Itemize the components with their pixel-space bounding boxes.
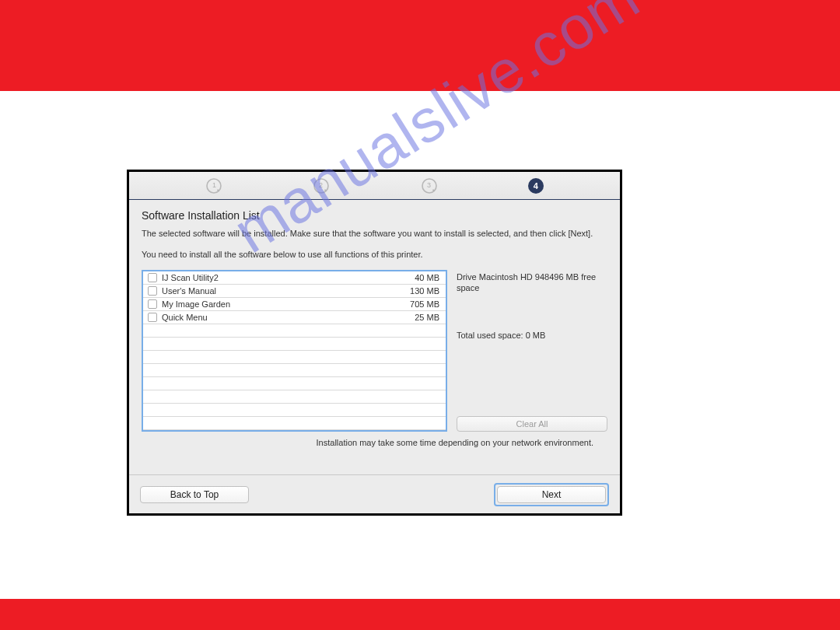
list-item[interactable]: Quick Menu 25 MB — [143, 311, 446, 324]
step-4-active: 4 — [528, 178, 544, 194]
checkbox[interactable] — [148, 273, 157, 282]
item-name: IJ Scan Utility2 — [162, 273, 399, 282]
svg-text:3: 3 — [427, 181, 431, 189]
disk-info-panel: Drive Macintosh HD 948496 MB free space … — [457, 270, 607, 432]
list-item[interactable]: User's Manual 130 MB — [143, 285, 446, 298]
next-button[interactable]: Next — [497, 486, 606, 503]
step-3-icon: 3 — [421, 177, 438, 194]
step-1-icon: 1 — [205, 177, 222, 194]
step-2-icon: 2 — [313, 177, 330, 194]
item-size: 705 MB — [399, 299, 443, 309]
instruction-text-1: The selected software will be installed.… — [142, 228, 607, 240]
header-banner — [0, 0, 840, 91]
item-size: 130 MB — [399, 286, 443, 296]
item-size: 25 MB — [399, 313, 443, 322]
clear-all-button[interactable]: Clear All — [457, 416, 607, 432]
step-indicator-bar: 1 2 3 4 — [129, 172, 620, 200]
installer-dialog: 1 2 3 4 Software Installation List The s… — [127, 170, 622, 516]
checkbox[interactable] — [148, 313, 157, 322]
list-item[interactable]: IJ Scan Utility2 40 MB — [143, 271, 446, 285]
item-name: My Image Garden — [162, 299, 399, 309]
next-button-highlight: Next — [494, 483, 609, 506]
item-name: Quick Menu — [162, 313, 399, 322]
dialog-title: Software Installation List — [142, 209, 607, 222]
footer-banner — [0, 599, 840, 630]
software-list[interactable]: IJ Scan Utility2 40 MB User's Manual 130… — [142, 270, 447, 432]
checkbox[interactable] — [148, 299, 157, 309]
dialog-button-bar: Back to Top Next — [129, 474, 620, 513]
list-item[interactable]: My Image Garden 705 MB — [143, 298, 446, 311]
svg-text:2: 2 — [319, 181, 323, 189]
back-to-top-button[interactable]: Back to Top — [140, 486, 249, 503]
instruction-text-2: You need to install all the software bel… — [142, 249, 607, 261]
checkbox[interactable] — [148, 286, 157, 296]
total-used-space: Total used space: 0 MB — [457, 331, 607, 340]
svg-text:1: 1 — [212, 181, 216, 189]
install-note: Installation may take some time dependin… — [142, 438, 607, 447]
item-name: User's Manual — [162, 286, 399, 296]
dialog-content: Software Installation List The selected … — [129, 200, 620, 474]
item-size: 40 MB — [399, 273, 443, 282]
drive-free-space: Drive Macintosh HD 948496 MB free space — [457, 271, 607, 294]
